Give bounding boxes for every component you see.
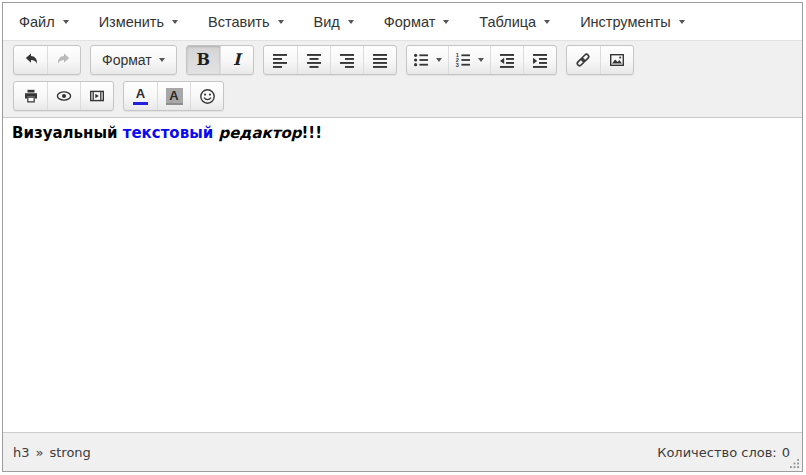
content-segment-italic: редактор: [218, 124, 301, 142]
menu-insert[interactable]: Вставить: [196, 6, 295, 38]
toolbar-group: Формат B I: [3, 40, 802, 117]
print-icon: [23, 88, 39, 104]
undo-button[interactable]: [14, 46, 47, 74]
align-left-button[interactable]: [264, 46, 297, 74]
numbered-list-icon: 123: [455, 52, 471, 68]
format-dropdown-label: Формат: [102, 52, 152, 68]
menu-format[interactable]: Формат: [372, 6, 462, 38]
svg-text:3: 3: [456, 62, 459, 68]
link-icon: [575, 52, 591, 68]
resize-handle[interactable]: [788, 457, 800, 469]
italic-button[interactable]: I: [220, 46, 253, 74]
redo-button[interactable]: [47, 46, 80, 74]
emoticons-icon: [199, 88, 216, 105]
content-segment-blue: текстовый: [123, 124, 214, 142]
list-indent-group: 123: [406, 45, 557, 75]
resize-grip-icon: [788, 457, 800, 469]
element-path: h3 » strong: [13, 445, 91, 460]
menu-view-label: Вид: [314, 14, 340, 30]
format-dropdown[interactable]: Формат: [91, 46, 176, 74]
chevron-down-icon: [544, 20, 550, 24]
numbered-list-button[interactable]: 123: [448, 46, 490, 74]
chevron-down-icon: [679, 20, 685, 24]
link-image-group: [566, 45, 634, 75]
path-item-strong[interactable]: strong: [49, 445, 90, 460]
chevron-down-icon: [348, 20, 354, 24]
align-center-button[interactable]: [297, 46, 330, 74]
align-left-icon: [272, 52, 288, 68]
editor-content-area[interactable]: Визуальный текстовый редактор!!!: [3, 117, 802, 432]
align-right-icon: [339, 52, 355, 68]
undo-icon: [23, 52, 39, 68]
indent-button[interactable]: [523, 46, 556, 74]
bullet-list-icon: [413, 52, 429, 68]
chevron-down-icon: [172, 20, 178, 24]
menu-tools[interactable]: Инструменты: [568, 6, 696, 38]
format-select-group: Формат: [90, 45, 177, 75]
align-justify-button[interactable]: [363, 46, 396, 74]
preview-icon: [56, 88, 72, 104]
bold-italic-group: B I: [186, 45, 254, 75]
menubar: Файл Изменить Вставить Вид Формат Таблиц…: [3, 3, 802, 40]
statusbar: h3 » strong Количество слов: 0: [3, 432, 802, 471]
image-button[interactable]: [600, 46, 633, 74]
align-justify-icon: [372, 52, 388, 68]
content-heading: Визуальный текстовый редактор!!!: [12, 124, 793, 142]
word-count-label: Количество слов:: [657, 445, 777, 460]
chevron-down-icon: [436, 58, 442, 62]
align-center-icon: [306, 52, 322, 68]
menu-format-label: Формат: [384, 14, 436, 30]
menu-table-label: Таблица: [479, 14, 536, 30]
backcolor-button[interactable]: A: [157, 82, 190, 110]
link-button[interactable]: [567, 46, 600, 74]
menu-file-label: Файл: [19, 14, 55, 30]
print-preview-media-group: [13, 81, 114, 111]
menu-file[interactable]: Файл: [7, 6, 81, 38]
word-count: Количество слов: 0: [657, 445, 790, 460]
media-button[interactable]: [80, 82, 113, 110]
menu-edit-label: Изменить: [99, 14, 164, 30]
redo-icon: [56, 52, 72, 68]
rich-text-editor: Файл Изменить Вставить Вид Формат Таблиц…: [2, 2, 803, 472]
chevron-down-icon: [478, 58, 484, 62]
align-right-button[interactable]: [330, 46, 363, 74]
toolbar-row-2: A A: [3, 78, 802, 114]
menu-view[interactable]: Вид: [302, 6, 366, 38]
chevron-down-icon: [159, 58, 165, 62]
path-item-h3[interactable]: h3: [13, 445, 30, 460]
chevron-down-icon: [278, 20, 284, 24]
chevron-down-icon: [63, 20, 69, 24]
media-icon: [89, 88, 105, 104]
bullet-list-button[interactable]: [407, 46, 448, 74]
image-icon: [609, 52, 625, 68]
content-segment: !!!: [302, 124, 323, 142]
menu-edit[interactable]: Изменить: [87, 6, 190, 38]
undo-redo-group: [13, 45, 81, 75]
outdent-icon: [499, 52, 515, 68]
path-separator: »: [36, 445, 44, 460]
bold-button[interactable]: B: [187, 46, 220, 74]
align-group: [263, 45, 397, 75]
bold-icon: B: [196, 52, 210, 68]
menu-table[interactable]: Таблица: [467, 6, 562, 38]
menu-insert-label: Вставить: [208, 14, 269, 30]
forecolor-icon: A: [133, 87, 148, 105]
toolbar-row-1: Формат B I: [3, 42, 802, 78]
indent-icon: [532, 52, 548, 68]
outdent-button[interactable]: [490, 46, 523, 74]
color-emoticon-group: A A: [123, 81, 224, 111]
emoticons-button[interactable]: [190, 82, 223, 110]
italic-icon: I: [233, 52, 240, 68]
backcolor-icon: A: [166, 88, 183, 105]
forecolor-button[interactable]: A: [124, 82, 157, 110]
print-button[interactable]: [14, 82, 47, 110]
chevron-down-icon: [443, 20, 449, 24]
content-segment: Визуальный: [12, 124, 123, 142]
preview-button[interactable]: [47, 82, 80, 110]
menu-tools-label: Инструменты: [580, 14, 670, 30]
